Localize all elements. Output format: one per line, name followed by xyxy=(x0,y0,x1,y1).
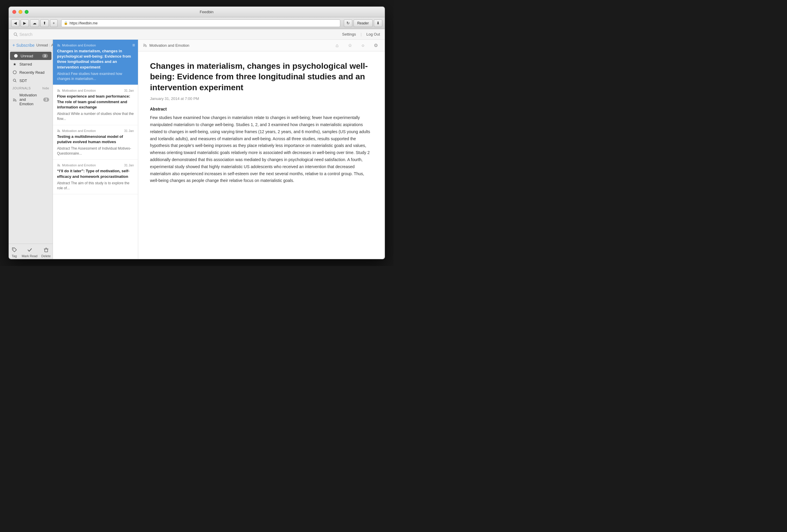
forward-button[interactable]: ▶ xyxy=(21,19,29,27)
app-search-bar: Search Settings | Log Out xyxy=(9,29,385,40)
settings-link[interactable]: Settings xyxy=(342,32,356,37)
sidebar-item-motivation-emotion[interactable]: Motivation and Emotion 3 xyxy=(9,91,52,108)
unread-badge: 3 xyxy=(42,54,48,58)
article-source-row-4: Motivation and Emotion 31 Jan xyxy=(57,163,134,167)
trash-icon xyxy=(43,247,49,253)
delete-icon-wrap xyxy=(43,246,50,253)
article-source-1: Motivation and Emotion xyxy=(57,43,96,47)
sidebar-item-recently-read[interactable]: Recently Read xyxy=(9,68,52,76)
sidebar-item-sdt[interactable]: SDT xyxy=(9,76,52,85)
article-source-text-1: Motivation and Emotion xyxy=(62,44,96,47)
subscribe-button[interactable]: + Subscribe xyxy=(12,43,35,48)
search-placeholder: Search xyxy=(19,32,33,37)
article-item-1[interactable]: Motivation and Emotion Changes in materi… xyxy=(53,40,138,85)
article-feed-icon-1 xyxy=(57,43,61,47)
sidebar-item-unread[interactable]: Unread 3 xyxy=(10,52,51,60)
article-source-row-3: Motivation and Emotion 31 Jan xyxy=(57,129,134,133)
filter-unread[interactable]: Unread xyxy=(37,43,48,47)
house-action-button[interactable]: ⌂ xyxy=(333,41,341,50)
sidebar-bottom: Tag Mark Read xyxy=(9,244,52,259)
circle-filled-icon xyxy=(14,53,18,58)
divider: | xyxy=(361,32,361,37)
maximize-button[interactable] xyxy=(25,10,28,14)
refresh-button[interactable]: ↻ xyxy=(344,19,352,27)
abstract-heading: Abstract xyxy=(150,107,373,111)
delete-label: Delete xyxy=(41,254,51,258)
feed-icon xyxy=(12,97,17,102)
cloud-button[interactable]: ☁ xyxy=(30,19,39,27)
content-header: Motivation and Emotion ⌂ ☆ ○ ⚙ xyxy=(138,40,385,51)
journals-hide-link[interactable]: hide xyxy=(42,86,49,90)
sidebar-label-motivation-emotion: Motivation and Emotion xyxy=(19,93,41,106)
journals-label: Journals xyxy=(12,86,31,90)
logout-link[interactable]: Log Out xyxy=(366,32,380,37)
sidebar-items: Unread 3 ★ Starred Recently Read xyxy=(9,50,52,244)
sidebar: + Subscribe Unread | All Unread 3 xyxy=(9,40,53,259)
article-feed-icon-4 xyxy=(57,163,61,167)
reader-button[interactable]: Reader xyxy=(354,19,373,27)
article-source-row-1: Motivation and Emotion xyxy=(57,43,134,47)
check-icon xyxy=(27,247,33,253)
main-area: + Subscribe Unread | All Unread 3 xyxy=(9,40,385,259)
article-full-text: Few studies have examined how changes in… xyxy=(150,114,373,184)
mark-read-icon-wrap xyxy=(26,246,33,253)
circle-action-button[interactable]: ○ xyxy=(359,41,367,50)
svg-line-5 xyxy=(15,81,16,82)
traffic-lights xyxy=(12,10,28,14)
article-excerpt-2: Abstract While a number of studies show … xyxy=(57,111,134,121)
article-item-2[interactable]: Motivation and Emotion 31 Jan Flow exper… xyxy=(53,85,138,125)
mark-read-action[interactable]: Mark Read xyxy=(22,246,38,258)
content-source-text: Motivation and Emotion xyxy=(149,43,189,48)
article-title-1: Changes in materialism, changes in psych… xyxy=(57,48,134,70)
star-action-button[interactable]: ☆ xyxy=(346,41,354,50)
back-button[interactable]: ◀ xyxy=(11,19,19,27)
window-title: Feedbin xyxy=(32,10,381,14)
svg-line-1 xyxy=(17,35,18,36)
tag-action[interactable]: Tag xyxy=(11,246,18,258)
plus-icon: + xyxy=(12,43,15,48)
article-menu-1[interactable]: ≡ xyxy=(132,43,135,48)
article-date-4: 31 Jan xyxy=(124,163,134,167)
article-source-text-3: Motivation and Emotion xyxy=(62,129,96,133)
content-actions: ⌂ ☆ ○ ⚙ xyxy=(333,41,380,50)
tag-label: Tag xyxy=(12,254,17,258)
article-excerpt-1: Abstract Few studies have examined how c… xyxy=(57,71,134,82)
download-button[interactable]: ⬇ xyxy=(374,19,382,27)
svg-point-3 xyxy=(13,71,17,74)
share-button[interactable]: ⬆ xyxy=(40,19,49,27)
mark-read-label: Mark Read xyxy=(22,254,38,258)
filter-sep: | xyxy=(49,43,50,47)
article-item-3[interactable]: Motivation and Emotion 31 Jan Testing a … xyxy=(53,125,138,160)
gear-action-button[interactable]: ⚙ xyxy=(372,41,380,50)
address-bar[interactable]: 🔒 https://feedbin.me xyxy=(61,19,340,27)
svg-point-11 xyxy=(57,46,58,46)
article-source-3: Motivation and Emotion xyxy=(57,129,96,133)
tag-icon xyxy=(12,247,17,253)
article-source-text-2: Motivation and Emotion xyxy=(62,89,96,92)
svg-point-7 xyxy=(13,249,14,249)
article-list: Motivation and Emotion Changes in materi… xyxy=(53,40,138,259)
search-wrap[interactable]: Search xyxy=(14,32,33,37)
close-button[interactable] xyxy=(12,10,16,14)
search-actions: Settings | Log Out xyxy=(342,32,380,37)
sidebar-item-starred[interactable]: ★ Starred xyxy=(9,60,52,68)
article-item-4[interactable]: Motivation and Emotion 31 Jan “I’ll do i… xyxy=(53,160,138,194)
article-title-4: “I’ll do it later”: Type of motivation, … xyxy=(57,169,134,179)
article-title-3: Testing a multidimensional model of puta… xyxy=(57,134,134,145)
content-source: Motivation and Emotion xyxy=(143,43,189,48)
sidebar-label-recently-read: Recently Read xyxy=(19,70,49,75)
circle-empty-icon xyxy=(12,70,17,75)
new-tab-button[interactable]: + xyxy=(50,19,58,27)
titlebar: Feedbin xyxy=(9,7,385,17)
article-title-2: Flow experience and team performance: Th… xyxy=(57,94,134,110)
article-source-row-2: Motivation and Emotion 31 Jan xyxy=(57,88,134,93)
svg-point-15 xyxy=(144,46,144,47)
browser-toolbar: ◀ ▶ ☁ ⬆ + 🔒 https://feedbin.me ↻ Reader … xyxy=(9,17,385,29)
svg-point-2 xyxy=(14,54,18,58)
svg-point-6 xyxy=(13,100,14,101)
svg-point-13 xyxy=(57,131,58,132)
article-feed-icon-3 xyxy=(57,129,61,133)
content-body: Changes in materialism, changes in psych… xyxy=(138,51,385,259)
minimize-button[interactable] xyxy=(19,10,22,14)
delete-action[interactable]: Delete xyxy=(41,246,51,258)
